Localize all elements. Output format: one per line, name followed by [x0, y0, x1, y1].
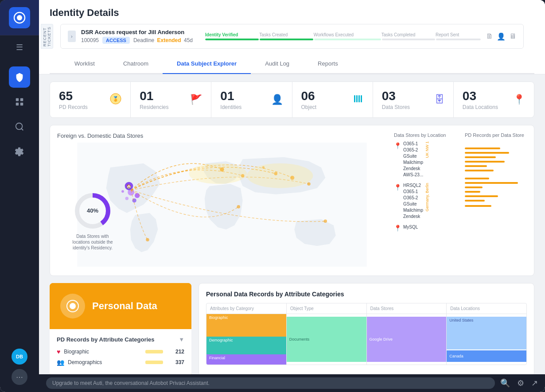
svg-point-29 — [146, 238, 149, 241]
svg-point-36 — [70, 303, 76, 309]
bar-ger-3 — [465, 186, 483, 188]
recent-tickets-tab[interactable]: RECENT TICKETS — [41, 24, 53, 49]
svg-rect-4 — [16, 103, 19, 105]
sankey-chart: Attributes by Category Biographic Demogr… — [206, 303, 527, 365]
step-tasks-completed: Tasks Completed — [382, 32, 416, 37]
progress-bar-1 — [205, 39, 259, 40]
svg-text:40%: 40% — [87, 207, 98, 214]
svg-rect-10 — [356, 95, 358, 102]
demo-segment: Demographic — [206, 337, 286, 354]
map-container: Foreign vs. Domestic Data Stores — [57, 132, 387, 268]
pd-dropdown-icon[interactable]: ▼ — [179, 336, 184, 343]
sidebar-item-settings[interactable] — [9, 141, 30, 162]
progress-bar-3 — [314, 39, 381, 40]
demo-bar — [145, 361, 163, 364]
logo-container — [0, 0, 39, 35]
sidebar-item-search[interactable] — [9, 116, 30, 137]
bar-uk-2 — [465, 152, 509, 154]
stat-residencies: 01 Residencies 🚩 — [131, 82, 211, 117]
expand-icon[interactable]: ↗ — [531, 378, 538, 388]
step-identity-verified: Identity Verified — [205, 32, 238, 37]
stat-number-id: 01 Identities — [220, 89, 241, 110]
stat-data-stores: 03 Data Stores 🗄 — [373, 82, 454, 117]
sidebar: ☰ DB ⋯ — [0, 0, 39, 392]
ticket-icon-doc[interactable]: 🗎 — [486, 32, 493, 41]
sidebar-item-grid[interactable] — [9, 91, 30, 113]
ds-group-mysql: 📍 MySQL — [394, 225, 456, 232]
data-stores-panel: Data Stores by Location 📍 O365-1 O365-2 … — [394, 132, 527, 268]
progress-bar-5 — [436, 39, 481, 40]
ticket-icon-screen[interactable]: 🖥 — [509, 32, 516, 41]
svg-text:🏅: 🏅 — [113, 96, 119, 102]
hamburger-menu[interactable]: ☰ — [0, 35, 39, 59]
bar-ger-4 — [465, 191, 480, 193]
tab-data-subject-explorer[interactable]: Data Subject Explorer — [163, 54, 251, 74]
pd-attr-biographic: ♥ Biographic 212 — [57, 348, 184, 355]
more-options[interactable]: ⋯ — [12, 369, 27, 385]
stat-number-dl: 03 Data Locations — [463, 89, 498, 110]
pd-body: PD Records by Attribute Categories ▼ ♥ B… — [50, 329, 191, 374]
bar-ger-2 — [465, 182, 518, 184]
search-bottom-icon[interactable]: 🔍 — [500, 378, 510, 388]
fin-segment: Financial — [206, 354, 286, 365]
tab-worklist[interactable]: Worklist — [60, 54, 109, 74]
user-avatar[interactable]: DB — [12, 349, 27, 365]
pd-attr-demographics: 👥 Demographics 337 — [57, 359, 184, 366]
sidebar-item-shield[interactable] — [9, 66, 30, 88]
pin-uk: 📍 — [394, 142, 401, 149]
bio-segment: Biographic — [206, 314, 286, 337]
chat-upgrade[interactable]: Upgrade to meet Auti, the conversational… — [46, 377, 495, 389]
location-label-germany: Germany, Berlin — [425, 183, 429, 211]
svg-rect-3 — [20, 98, 23, 101]
stat-icon-ds: 🗄 — [435, 94, 444, 105]
ticket-actions: 🗎 👤 🖥 — [486, 32, 516, 41]
obj-bars: Documents — [287, 314, 366, 365]
stat-number-obj: 06 Object — [301, 89, 317, 110]
attr-bars: Biographic Demographic Financial — [206, 314, 286, 365]
col-attributes: Attributes by Category Biographic Demogr… — [206, 303, 287, 365]
ds-group-germany: 📍 HRSQL2 O365-1 O365-2 GSuite Mailchimp … — [394, 183, 456, 220]
stat-identities: 01 Identities 👤 — [211, 82, 292, 117]
bar-uk-5 — [465, 165, 487, 167]
svg-point-18 — [121, 190, 124, 193]
ticket-info: DSR Access request for Jill Anderson 100… — [81, 29, 193, 44]
pin-germany: 📍 — [394, 184, 401, 191]
ds-bars: Google Drive — [367, 314, 447, 365]
svg-point-30 — [189, 163, 247, 184]
bio-bar — [145, 350, 163, 353]
ds-items-uk: O365-1 O365-2 GSuite Mailchimp Zendesk A… — [403, 141, 423, 179]
ticket-icon-person[interactable]: 👤 — [497, 32, 506, 41]
pd-icon — [60, 294, 85, 318]
dashboard-body: 65 PD Records 🏅 01 Residencies 🚩 — [39, 74, 545, 374]
ds-group-uk: 📍 O365-1 O365-2 GSuite Mailchimp Zendesk… — [394, 141, 456, 179]
svg-point-31 — [247, 163, 313, 188]
personal-data-card: Personal Data PD Records by Attribute Ca… — [50, 283, 191, 374]
stat-icon-id: 👤 — [271, 94, 283, 105]
location-label-uk: UK NW 1 — [425, 141, 429, 158]
progress-bar-4 — [382, 39, 436, 40]
stat-icon-res: 🚩 — [190, 94, 202, 105]
tab-audit-log[interactable]: Audit Log — [251, 54, 304, 74]
col-object-type: Object Type Documents — [287, 303, 367, 365]
filter-icon[interactable]: ⚙ — [517, 378, 524, 388]
bar-uk-1 — [465, 147, 500, 149]
stat-pd-records: 65 PD Records 🏅 — [50, 82, 131, 117]
stat-object: 06 Object — [292, 82, 373, 117]
page-title: Identity Details — [50, 7, 534, 19]
svg-rect-9 — [354, 95, 355, 102]
bar-mysql — [465, 205, 491, 207]
loc-bars: United States Canada — [447, 314, 526, 365]
stat-icon-obj — [353, 93, 364, 106]
stats-row: 65 PD Records 🏅 01 Residencies 🚩 — [50, 82, 534, 118]
sidebar-nav — [9, 59, 30, 349]
bar-ger-1 — [465, 178, 489, 179]
bar-uk-6 — [465, 170, 494, 171]
pd-section-title: PD Records by Attribute Categories ▼ — [57, 336, 184, 343]
pin-mysql: 📍 — [394, 225, 401, 232]
tab-reports[interactable]: Reports — [304, 54, 352, 74]
ticket-collapse[interactable]: › — [68, 31, 76, 42]
tab-chatroom[interactable]: Chatroom — [109, 54, 163, 74]
people-icon: 👥 — [57, 359, 64, 366]
step-workflows: Workflows Executed — [314, 32, 354, 37]
bar-uk-4 — [465, 161, 505, 163]
